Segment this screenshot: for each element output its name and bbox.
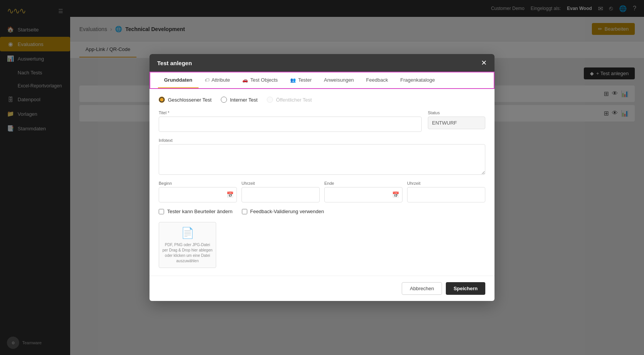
status-label: Status [428, 110, 485, 115]
ende-input[interactable] [324, 187, 402, 202]
file-upload-text: PDF, PNG oder JPG-Datei per Drag & Drop … [159, 242, 216, 264]
checkbox-feedback-validierung-input[interactable] [242, 209, 247, 214]
modal-title: Test anlegen [157, 60, 192, 66]
checkbox-tester-beurteiler[interactable]: Tester kann Beurteiler ändern [159, 209, 233, 214]
modal-tab-tester[interactable]: 👥 Tester [284, 72, 318, 88]
file-upload-icon: 📄 [181, 227, 194, 239]
modal-tab-fragenkataloge[interactable]: Fragenkataloge [394, 72, 441, 88]
status-badge: ENTWURF [428, 117, 485, 129]
beginn-label: Beginn [159, 181, 237, 186]
titel-status-row: Titel * Status ENTWURF [159, 110, 485, 132]
infotext-label: Infotext [159, 138, 485, 143]
checkbox-tester-beurteiler-input[interactable] [159, 209, 164, 214]
attribute-label: Attribute [212, 77, 230, 83]
car-icon: 🚗 [242, 77, 248, 83]
modal-tab-attribute[interactable]: 🏷 Attribute [199, 72, 236, 88]
fragenkataloge-label: Fragenkataloge [400, 77, 435, 83]
radio-geschlossen[interactable]: Geschlossener Test [159, 97, 212, 103]
beginn-input-wrapper: 📅 [159, 187, 237, 202]
date-row: Beginn 📅 Uhrzeit Ende 📅 [159, 181, 485, 202]
modal-close-button[interactable]: ✕ [481, 59, 487, 66]
titel-group: Titel * [159, 110, 422, 132]
radio-oeffentlich: Öffentlicher Test [267, 97, 312, 103]
radio-oeffentlich-input [267, 97, 273, 103]
feedback-label: Feedback [366, 77, 388, 83]
status-group: Status ENTWURF [428, 110, 485, 132]
checkbox-feedback-validierung[interactable]: Feedback-Validierung verwenden [242, 209, 324, 214]
uhrzeit-start-label: Uhrzeit [242, 181, 320, 186]
file-upload-area[interactable]: 📄 PDF, PNG oder JPG-Datei per Drag & Dro… [159, 222, 216, 268]
radio-intern[interactable]: Interner Test [221, 97, 258, 103]
uhrzeit-end-label: Uhrzeit [407, 181, 485, 186]
radio-intern-input[interactable] [221, 97, 227, 103]
infotext-input[interactable] [159, 144, 485, 175]
calendar-start-icon[interactable]: 📅 [227, 191, 234, 198]
modal-tab-anweisungen[interactable]: Anweisungen [318, 72, 360, 88]
modal-tab-grunddaten[interactable]: Grunddaten [158, 72, 199, 88]
uhrzeit-start-input[interactable] [242, 187, 320, 202]
ende-input-wrapper: 📅 [324, 187, 402, 202]
test-objects-label: Test Objects [250, 77, 278, 83]
ende-label: Ende [324, 181, 402, 186]
modal-tab-feedback[interactable]: Feedback [360, 72, 394, 88]
infotext-group: Infotext [159, 138, 485, 175]
titel-input[interactable] [159, 117, 422, 132]
modal: Test anlegen ✕ Grunddaten 🏷 Attribute 🚗 … [150, 54, 495, 301]
ende-group: Ende 📅 [324, 181, 402, 202]
calendar-end-icon[interactable]: 📅 [392, 191, 399, 198]
beginn-input[interactable] [159, 187, 237, 202]
cancel-button[interactable]: Abbrechen [402, 282, 442, 295]
modal-body: Geschlossener Test Interner Test Öffentl… [150, 89, 495, 276]
people-icon: 👥 [290, 77, 296, 83]
modal-tab-test-objects[interactable]: 🚗 Test Objects [236, 72, 284, 88]
save-button[interactable]: Speichern [446, 282, 485, 295]
modal-overlay: Test anlegen ✕ Grunddaten 🏷 Attribute 🚗 … [0, 0, 644, 355]
tester-label: Tester [298, 77, 312, 83]
radio-group: Geschlossener Test Interner Test Öffentl… [159, 97, 485, 103]
uhrzeit-end-input[interactable] [407, 187, 485, 202]
checkbox-row: Tester kann Beurteiler ändern Feedback-V… [159, 209, 485, 214]
modal-tabs: Grunddaten 🏷 Attribute 🚗 Test Objects 👥 … [150, 72, 495, 89]
uhrzeit-end-group: Uhrzeit [407, 181, 485, 202]
uhrzeit-start-group: Uhrzeit [242, 181, 320, 202]
radio-geschlossen-input[interactable] [159, 97, 165, 103]
modal-footer: Abbrechen Speichern [150, 276, 495, 301]
modal-header: Test anlegen ✕ [150, 54, 495, 72]
tag-icon: 🏷 [205, 77, 209, 83]
grunddaten-label: Grunddaten [164, 77, 192, 83]
titel-label: Titel * [159, 110, 422, 115]
beginn-group: Beginn 📅 [159, 181, 237, 202]
anweisungen-label: Anweisungen [324, 77, 354, 83]
